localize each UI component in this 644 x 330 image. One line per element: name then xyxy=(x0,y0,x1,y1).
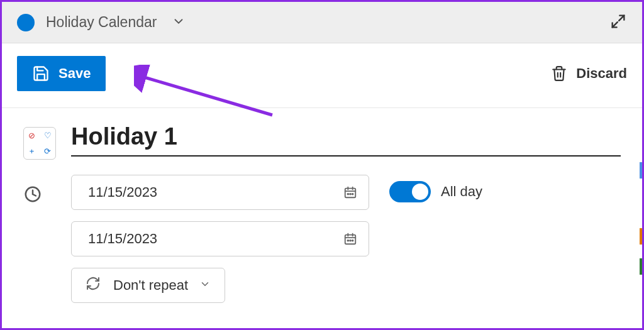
discard-button[interactable]: Discard xyxy=(551,65,627,82)
svg-point-6 xyxy=(347,194,348,195)
save-icon xyxy=(32,65,50,82)
emoji-picker-button[interactable]: ⊘ ♡ + ⟳ xyxy=(23,127,56,160)
discard-button-label: Discard xyxy=(576,65,627,82)
start-date-value: 11/15/2023 xyxy=(88,184,157,201)
svg-point-15 xyxy=(352,240,353,241)
calendar-icon xyxy=(343,232,357,246)
chevron-down-icon[interactable] xyxy=(172,14,186,31)
end-date-value: 11/15/2023 xyxy=(88,231,157,247)
edge-marker xyxy=(640,228,642,245)
calendar-name[interactable]: Holiday Calendar xyxy=(46,14,157,31)
plus-icon: + xyxy=(30,147,35,155)
calendar-color-dot xyxy=(17,14,35,31)
all-day-group: All day xyxy=(389,175,482,202)
header-bar: Holiday Calendar xyxy=(2,2,642,43)
chevron-down-icon xyxy=(199,277,211,294)
all-day-toggle[interactable] xyxy=(389,181,431,202)
all-day-label: All day xyxy=(441,184,482,200)
toolbar: Save Discard xyxy=(2,43,642,108)
trash-icon xyxy=(551,65,567,82)
svg-point-7 xyxy=(350,194,351,195)
svg-point-13 xyxy=(347,240,348,241)
expand-icon[interactable] xyxy=(609,13,627,33)
repeat-button[interactable]: Don't repeat xyxy=(71,268,225,303)
calendar-icon xyxy=(343,185,357,199)
edge-marker xyxy=(640,258,642,275)
heart-icon: ♡ xyxy=(44,131,52,140)
repeat-label: Don't repeat xyxy=(113,277,188,294)
no-symbol-icon: ⊘ xyxy=(28,131,35,140)
refresh-icon: ⟳ xyxy=(44,147,51,155)
save-button-label: Save xyxy=(58,65,91,82)
end-date-input[interactable]: 11/15/2023 xyxy=(71,221,369,256)
title-row: ⊘ ♡ + ⟳ xyxy=(23,123,621,160)
datetime-row: 11/15/2023 11/15/2023 Don't repeat xyxy=(23,175,621,303)
event-title-input[interactable] xyxy=(71,123,621,157)
clock-icon xyxy=(23,185,42,204)
svg-point-8 xyxy=(352,194,353,195)
save-button[interactable]: Save xyxy=(17,56,106,91)
svg-point-14 xyxy=(350,240,351,241)
event-form: ⊘ ♡ + ⟳ 11/15/2023 11/15/2023 xyxy=(2,108,642,318)
edge-marker xyxy=(640,162,642,179)
toggle-knob xyxy=(412,184,428,200)
start-date-input[interactable]: 11/15/2023 xyxy=(71,175,369,210)
repeat-icon xyxy=(86,276,101,295)
